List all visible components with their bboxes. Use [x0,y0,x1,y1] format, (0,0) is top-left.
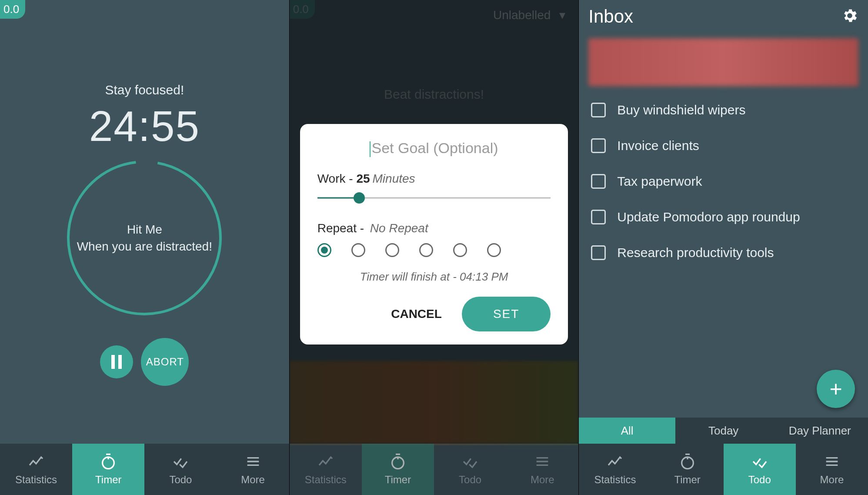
nav-timer[interactable]: Timer [362,444,434,495]
focus-heading: Stay focused! [105,83,184,97]
nav-timer[interactable]: Timer [72,444,144,495]
nav-more[interactable]: More [796,444,868,495]
list-item[interactable]: Tax paperwork [588,164,858,199]
svg-rect-1 [111,355,115,369]
timer-icon [100,453,117,470]
add-task-fab[interactable]: + [817,370,855,408]
plus-icon: + [829,376,842,401]
pause-icon [110,355,123,369]
version-badge: 0.0 [0,0,25,19]
nav-timer-label: Timer [95,474,121,486]
screen-timer-running: 0.0 Stay focused! 24:55 Hit Me When you … [0,0,289,495]
checkbox[interactable] [591,103,606,117]
checkbox[interactable] [591,174,606,189]
inbox-tabs: All Today Day Planner [579,418,868,444]
timer-countdown: 24:55 [89,102,200,151]
progress-ring[interactable]: Hit Me When you are distracted! [62,155,227,321]
nav-todo[interactable]: Todo [144,444,217,495]
nav-timer[interactable]: Timer [651,444,724,495]
text-cursor [370,141,371,157]
list-item[interactable]: Update Pomodoro app roundup [588,199,858,235]
bottom-nav: Statistics Timer Todo More [579,444,868,495]
nav-todo-label: Todo [748,474,771,486]
nav-statistics[interactable]: Statistics [0,444,72,495]
todo-text: Tax paperwork [617,174,702,189]
nav-statistics[interactable]: Statistics [290,444,362,495]
repeat-value: No Repeat [370,221,428,235]
todo-list: Buy windshield wipers Invoice clients Ta… [579,90,868,418]
redacted-banner [588,38,858,86]
nav-statistics-label: Statistics [594,474,636,486]
nav-more[interactable]: More [506,444,578,495]
work-slider[interactable] [317,189,551,207]
goal-input[interactable]: Set Goal (Optional) [317,140,551,157]
repeat-option-5[interactable] [487,243,501,257]
ring-line2: When you are distracted! [75,238,214,255]
nav-statistics-label: Statistics [305,474,347,486]
repeat-option-1[interactable] [351,243,365,257]
nav-more-label: More [241,474,265,486]
cancel-button[interactable]: CANCEL [387,298,446,330]
finish-time-text: Timer will finish at - 04:13 PM [317,270,551,284]
nav-timer-label: Timer [674,474,700,486]
tab-today[interactable]: Today [675,418,772,444]
dialog-actions: CANCEL SET [317,297,551,331]
abort-button[interactable]: ABORT [141,338,189,386]
nav-timer-label: Timer [385,474,411,486]
list-item[interactable]: Research productivity tools [588,235,858,271]
timer-icon [389,453,407,470]
work-unit: Minutes [373,172,415,185]
goal-placeholder: Set Goal (Optional) [371,140,498,156]
nav-statistics[interactable]: Statistics [579,444,651,495]
tab-all[interactable]: All [579,418,675,444]
nav-todo[interactable]: Todo [434,444,506,495]
set-goal-dialog: Set Goal (Optional) Work - 25Minutes Rep… [300,124,568,344]
todo-text: Buy windshield wipers [617,103,745,117]
repeat-label: Repeat - No Repeat [317,221,551,235]
work-value: 25 [356,172,370,185]
repeat-row: Repeat - No Repeat [317,221,551,257]
dialog-backdrop-body: Unlabelled ▾ Beat distractions! START Se… [290,0,579,444]
nav-todo[interactable]: Todo [724,444,796,495]
ring-line1: Hit Me [75,221,214,238]
screen-inbox: Inbox Buy windshield wipers Invoice clie… [578,0,868,495]
repeat-option-3[interactable] [419,243,433,257]
stats-icon [606,453,624,470]
nav-todo-label: Todo [169,474,192,486]
nav-more[interactable]: More [217,444,289,495]
menu-icon [823,453,841,470]
ring-hint: Hit Me When you are distracted! [75,221,214,255]
inbox-header: Inbox [579,0,868,30]
repeat-option-0[interactable] [317,243,331,257]
settings-button[interactable] [841,7,858,26]
pause-button[interactable] [100,345,133,378]
checkbox[interactable] [591,138,606,153]
nav-statistics-label: Statistics [15,474,57,486]
bottom-nav: Statistics Timer Todo More [290,444,579,495]
menu-icon [534,453,551,470]
checkbox[interactable] [591,245,606,260]
set-button[interactable]: SET [462,297,551,331]
repeat-option-4[interactable] [453,243,467,257]
work-label: Work - 25Minutes [317,172,551,186]
timer-body: Stay focused! 24:55 Hit Me When you are … [0,0,289,444]
timer-controls: ABORT [100,338,189,386]
work-prefix: Work - [317,172,357,185]
repeat-prefix: Repeat - [317,221,367,235]
stats-icon [317,453,334,470]
repeat-option-2[interactable] [385,243,399,257]
todo-text: Invoice clients [617,138,699,153]
list-item[interactable]: Invoice clients [588,128,858,164]
slider-thumb[interactable] [354,192,365,204]
repeat-radio-group [317,243,551,257]
slider-fill [317,197,360,199]
list-item[interactable]: Buy windshield wipers [588,92,858,128]
gear-icon [841,7,858,24]
menu-icon [244,453,262,470]
screen-set-goal-dialog: 0.0 Unlabelled ▾ Beat distractions! STAR… [289,0,579,495]
todo-icon [461,453,479,470]
todo-text: Update Pomodoro app roundup [617,210,800,224]
tab-day-planner[interactable]: Day Planner [771,418,868,444]
checkbox[interactable] [591,210,606,224]
work-row: Work - 25Minutes [317,172,551,207]
